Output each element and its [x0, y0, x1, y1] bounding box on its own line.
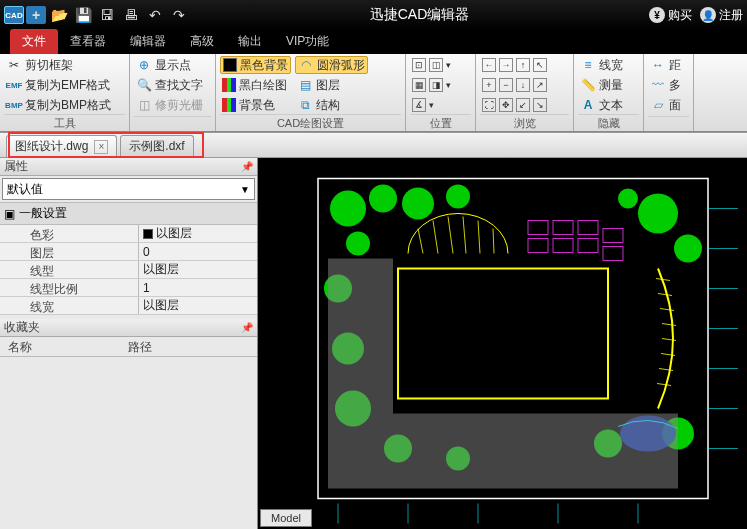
zoomout-icon: − [499, 78, 513, 92]
title-right: ¥购买 👤注册 [649, 7, 743, 24]
ribbon-tabs: 文件 查看器 编辑器 高级 输出 VIP功能 [0, 30, 747, 54]
save-icon[interactable]: 💾 [72, 4, 94, 26]
col-name[interactable]: 名称 [0, 337, 120, 356]
nav-row-2[interactable]: +−↓↗ [480, 76, 549, 94]
default-combo[interactable]: 默认值▼ [2, 178, 255, 200]
bw-icon [222, 78, 236, 92]
trim-icon: ◫ [136, 97, 152, 113]
find-text-button[interactable]: 🔍查找文字 [134, 76, 205, 94]
quick-access-toolbar: CAD + 📂 💾 🖫 🖶 ↶ ↷ [4, 4, 190, 26]
group-label-hide: 隐藏 [578, 114, 639, 132]
nav-row-3[interactable]: ⛶✥↙↘ [480, 96, 549, 114]
prop-row[interactable]: 线型以图层 [0, 261, 257, 279]
main-area: 属性📌 默认值▼ ▣一般设置 色彩以图层 图层0 线型以图层 线型比例1 线宽以… [0, 158, 747, 529]
upleft-icon: ↖ [533, 58, 547, 72]
properties-title: 属性📌 [0, 158, 257, 176]
area-button[interactable]: ▱面 [648, 96, 683, 114]
doc-tab-1[interactable]: 图纸设计.dwg × [6, 135, 117, 157]
svg-point-6 [446, 185, 470, 209]
svg-point-4 [369, 185, 397, 213]
favorites-header: 名称 路径 [0, 337, 257, 357]
group-label-cadset: CAD绘图设置 [220, 114, 401, 132]
copy-emf-button[interactable]: EMF复制为EMF格式 [4, 76, 113, 94]
layers-button[interactable]: ▤图层 [295, 76, 368, 94]
user-icon: 👤 [700, 7, 716, 23]
buy-button[interactable]: ¥购买 [649, 7, 692, 24]
cad-drawing [258, 158, 747, 529]
property-grid: ▣一般设置 色彩以图层 图层0 线型以图层 线型比例1 线宽以图层 [0, 202, 257, 315]
svg-point-17 [618, 189, 638, 209]
favorites-panel: 收藏夹📌 名称 路径 [0, 319, 257, 357]
pin-icon[interactable]: 📌 [241, 161, 253, 172]
pos-btn-1[interactable]: ⊡◫▾ [410, 56, 453, 74]
area-icon: ▱ [650, 97, 666, 113]
tab-viewer[interactable]: 查看器 [58, 29, 118, 54]
yen-icon: ¥ [649, 7, 665, 23]
group-label-view: 浏览 [480, 114, 569, 132]
group-label-tools: 工具 [4, 114, 125, 132]
ruler-icon: 📏 [580, 77, 596, 93]
doc-tab-label: 图纸设计.dwg [15, 138, 88, 155]
pin-icon[interactable]: 📌 [241, 322, 253, 333]
group-label-pos: 位置 [410, 114, 471, 132]
col-path[interactable]: 路径 [120, 337, 160, 356]
lineweight-button[interactable]: ≡线宽 [578, 56, 625, 74]
nav-row-1[interactable]: ←→↑↖ [480, 56, 549, 74]
left-icon: ← [482, 58, 496, 72]
pos-btn-2[interactable]: ▦◨▾ [410, 76, 453, 94]
ribbon: ✂剪切框架 EMF复制为EMF格式 BMP复制为BMP格式 工具 ⊕显示点 🔍查… [0, 54, 747, 132]
drawing-canvas[interactable]: Model [258, 158, 747, 529]
poly-icon: 〰 [650, 77, 666, 93]
model-tab[interactable]: Model [260, 509, 312, 527]
prop-row[interactable]: 线宽以图层 [0, 297, 257, 315]
black-icon [223, 58, 237, 72]
tree-icon: ⧉ [297, 97, 313, 113]
smooth-arc-button[interactable]: ◠圆滑弧形 [295, 56, 368, 74]
saveas-icon[interactable]: 🖫 [96, 4, 118, 26]
search-icon: 🔍 [136, 77, 152, 93]
tab-output[interactable]: 输出 [226, 29, 274, 54]
multi-button[interactable]: 〰多 [648, 76, 683, 94]
color-swatch [143, 229, 153, 239]
close-icon[interactable]: × [94, 140, 108, 154]
down-icon: ↓ [516, 78, 530, 92]
tab-file[interactable]: 文件 [10, 29, 58, 54]
show-points-button[interactable]: ⊕显示点 [134, 56, 205, 74]
pos-btn-3[interactable]: ∡▾ [410, 96, 453, 114]
doc-tab-2[interactable]: 示例图.dxf [120, 135, 193, 157]
prop-row[interactable]: 色彩以图层 [0, 225, 257, 243]
text-button[interactable]: A文本 [578, 96, 625, 114]
prop-row[interactable]: 线型比例1 [0, 279, 257, 297]
category-general[interactable]: ▣一般设置 [0, 202, 257, 225]
black-bg-button[interactable]: 黑色背景 [220, 56, 291, 74]
chevron-down-icon: ▼ [240, 184, 250, 195]
tab-advanced[interactable]: 高级 [178, 29, 226, 54]
arc-icon: ◠ [298, 57, 314, 73]
new-icon[interactable]: + [26, 6, 46, 24]
print-icon[interactable]: 🖶 [120, 4, 142, 26]
dist-button[interactable]: ↔距 [648, 56, 683, 74]
undo-icon[interactable]: ↶ [144, 4, 166, 26]
dist-icon: ↔ [650, 57, 666, 73]
bgcolor-icon [222, 98, 236, 112]
trim-raster-button[interactable]: ◫修剪光栅 [134, 96, 205, 114]
grid2-icon: ◨ [429, 78, 443, 92]
app-badge[interactable]: CAD [4, 6, 24, 24]
layers-icon: ▤ [297, 77, 313, 93]
collapse-icon: ▣ [4, 207, 15, 221]
measure-button[interactable]: 📏测量 [578, 76, 625, 94]
up-icon: ↑ [516, 58, 530, 72]
crosshair-icon: ⊕ [136, 57, 152, 73]
register-button[interactable]: 👤注册 [700, 7, 743, 24]
bg-color-button[interactable]: 背景色 [220, 96, 291, 114]
tab-vip[interactable]: VIP功能 [274, 29, 341, 54]
app-title: 迅捷CAD编辑器 [190, 6, 649, 24]
tab-editor[interactable]: 编辑器 [118, 29, 178, 54]
copy-bmp-button[interactable]: BMP复制为BMP格式 [4, 96, 113, 114]
prop-row[interactable]: 图层0 [0, 243, 257, 261]
open-icon[interactable]: 📂 [48, 4, 70, 26]
bw-draw-button[interactable]: 黑白绘图 [220, 76, 291, 94]
cut-frame-button[interactable]: ✂剪切框架 [4, 56, 113, 74]
redo-icon[interactable]: ↷ [168, 4, 190, 26]
structure-button[interactable]: ⧉结构 [295, 96, 368, 114]
